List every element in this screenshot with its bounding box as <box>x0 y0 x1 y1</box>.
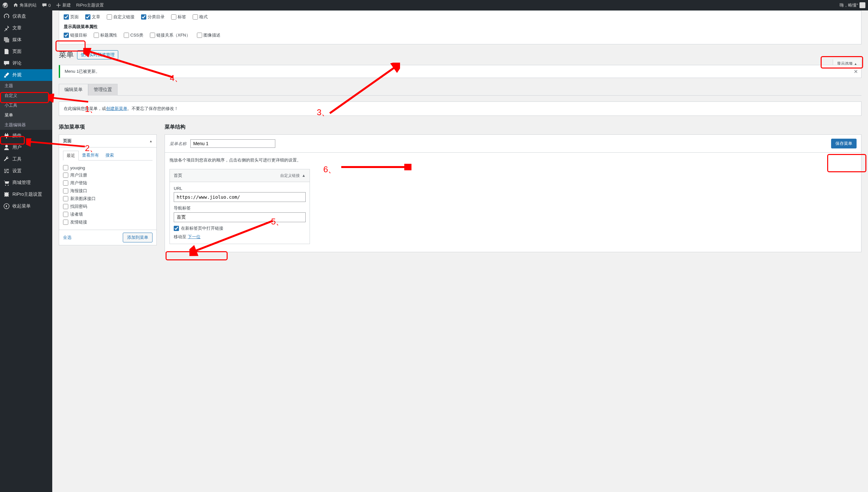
menu-name-input[interactable] <box>190 139 275 148</box>
nav-tabs: 编辑菜单 管理位置 <box>59 84 862 96</box>
user-icon <box>3 144 10 151</box>
so-page[interactable]: 页面 <box>64 14 79 20</box>
submenu-customize[interactable]: 自定义 <box>0 91 52 100</box>
list-item[interactable]: 用户登陆 <box>63 180 153 186</box>
select-all-link[interactable]: 全选 <box>63 235 72 241</box>
sidebar-item-mall[interactable]: 商城管理 <box>0 177 52 189</box>
create-menu-link[interactable]: 创建新菜单 <box>106 106 127 111</box>
menu-structure-heading: 菜单结构 <box>165 124 862 130</box>
avatar-icon <box>860 2 865 8</box>
media-icon <box>3 36 10 43</box>
sidebar-item-plugins[interactable]: 插件 <box>0 130 52 142</box>
tab-edit-menu[interactable]: 编辑菜单 <box>59 84 88 96</box>
list-item[interactable]: 用户注册 <box>63 172 153 178</box>
main-content: 页面 文章 自定义链接 分类目录 标签 格式 显示高级菜单属性 链接目标 标题属… <box>52 10 868 492</box>
menu-edit-panel: 菜单名称 保存菜单 拖放各个项目到您喜欢的顺序，点击右侧的箭头可进行更详细的设置… <box>165 134 862 252</box>
so-image-desc[interactable]: 图像描述 <box>197 32 220 38</box>
triangle-up-icon: ▲ <box>302 173 306 178</box>
plugin-icon <box>3 132 10 139</box>
sidebar-item-media[interactable]: 媒体 <box>0 34 52 46</box>
so-title-attr[interactable]: 标题属性 <box>94 32 117 38</box>
brush-icon <box>3 72 10 78</box>
dismiss-notice-button[interactable]: ✕ <box>854 69 858 75</box>
sidebar-item-collapse[interactable]: 收起菜单 <box>0 200 52 212</box>
success-notice: Menu 1已被更新。 ✕ <box>59 65 862 78</box>
inner-tab-search[interactable]: 搜索 <box>102 151 117 160</box>
tab-manage-locations[interactable]: 管理位置 <box>88 84 118 96</box>
so-tag[interactable]: 标签 <box>171 14 186 20</box>
list-item[interactable]: youqing <box>63 165 153 170</box>
sidebar-item-posts[interactable]: 文章 <box>0 22 52 34</box>
add-to-menu-button[interactable]: 添加到菜单 <box>123 232 153 242</box>
structure-desc: 拖放各个项目到您喜欢的顺序，点击右侧的箭头可进行更详细的设置。 <box>169 157 857 163</box>
sidebar-item-users[interactable]: 用户 <box>0 142 52 153</box>
menu-item: 首页 自定义链接▲ URL 导航标签 <box>169 169 310 244</box>
url-label: URL <box>174 186 306 191</box>
notice-text: Menu 1已被更新。 <box>65 69 100 74</box>
wp-logo[interactable] <box>3 3 8 8</box>
page-check-list: youqing 用户注册 用户登陆 海报接口 新浪图床接口 找回密码 读者墙 友… <box>63 164 153 226</box>
gear-icon <box>3 191 10 198</box>
admin-bar: 角落的站 0 新建 RiPro主题设置 嗨，略懂° <box>0 0 868 10</box>
so-category[interactable]: 分类目录 <box>141 14 165 20</box>
sidebar-item-ripro[interactable]: RiPro主题设置 <box>0 189 52 200</box>
so-link-target[interactable]: 链接目标 <box>64 32 87 38</box>
nav-label-input[interactable] <box>174 213 306 222</box>
comments-link[interactable]: 0 <box>42 3 51 8</box>
comment-count: 0 <box>48 3 51 8</box>
sidebar-item-comments[interactable]: 评论 <box>0 57 52 69</box>
move-next-link[interactable]: 下一位 <box>188 234 201 239</box>
sidebar-item-dashboard[interactable]: 仪表盘 <box>0 10 52 22</box>
so-advanced-heading: 显示高级菜单属性 <box>64 24 857 30</box>
url-input[interactable] <box>174 192 306 202</box>
triangle-up-icon: ▲ <box>149 139 153 143</box>
menu-item-toggle[interactable]: 首页 自定义链接▲ <box>170 169 310 182</box>
sidebar-item-tools[interactable]: 工具 <box>0 153 52 165</box>
open-new-tab-checkbox[interactable]: 在新标签页中打开链接 <box>174 225 306 231</box>
list-item[interactable]: 找回密码 <box>63 203 153 210</box>
sidebar-item-settings[interactable]: 设置 <box>0 165 52 177</box>
new-label: 新建 <box>62 2 71 8</box>
home-icon <box>13 3 18 8</box>
collapse-icon <box>3 203 10 210</box>
list-item[interactable]: 读者墙 <box>63 212 153 217</box>
wrench-icon <box>3 156 10 163</box>
sidebar-item-appearance[interactable]: 外观 <box>0 69 52 81</box>
menu-item-title: 首页 <box>174 173 182 178</box>
site-home-link[interactable]: 角落的站 <box>13 2 37 8</box>
submenu-themes[interactable]: 主题 <box>0 81 52 91</box>
move-row: 移动至 下一位 <box>174 234 306 240</box>
comment-icon <box>3 60 10 67</box>
list-item[interactable]: 新浪图床接口 <box>63 196 153 202</box>
list-item[interactable]: 友情链接 <box>63 219 153 225</box>
sliders-icon <box>3 168 10 174</box>
pages-postbox-toggle[interactable]: 页面 ▲ <box>59 135 157 147</box>
sidebar-item-pages[interactable]: 页面 <box>0 46 52 57</box>
page-title: 菜单 使用实时预览管理 <box>59 50 862 60</box>
inner-tab-recent[interactable]: 最近 <box>63 151 79 161</box>
site-name: 角落的站 <box>20 2 37 8</box>
submenu-menus[interactable]: 菜单 <box>0 110 52 120</box>
submenu-widgets[interactable]: 小工具 <box>0 100 52 110</box>
theme-settings-link[interactable]: RiPro主题设置 <box>76 2 104 8</box>
admin-sidebar: 仪表盘 文章 媒体 页面 评论 外观 主题 自定义 小工具 菜单 主题编辑器 插… <box>0 10 52 492</box>
submenu-theme-editor[interactable]: 主题编辑器 <box>0 120 52 130</box>
annotation-box-5 <box>166 251 228 260</box>
so-css-class[interactable]: CSS类 <box>124 32 143 38</box>
screen-options-panel: 页面 文章 自定义链接 分类目录 标签 格式 显示高级菜单属性 链接目标 标题属… <box>59 10 862 44</box>
list-item[interactable]: 海报接口 <box>63 188 153 194</box>
so-custom-link[interactable]: 自定义链接 <box>107 14 135 20</box>
so-format[interactable]: 格式 <box>193 14 208 20</box>
so-xfn[interactable]: 链接关系（XFN） <box>150 32 190 38</box>
comment-icon <box>42 3 47 8</box>
save-menu-button[interactable]: 保存菜单 <box>831 139 857 148</box>
nav-label: 导航标签 <box>174 205 306 211</box>
new-content-link[interactable]: 新建 <box>56 2 71 8</box>
plus-icon <box>56 3 61 8</box>
user-greeting[interactable]: 嗨，略懂° <box>840 2 865 8</box>
inner-tab-all[interactable]: 查看所有 <box>79 151 102 160</box>
live-preview-button[interactable]: 使用实时预览管理 <box>77 50 118 59</box>
so-post[interactable]: 文章 <box>85 14 100 20</box>
menu-name-label: 菜单名称 <box>169 141 186 146</box>
wordpress-icon <box>3 3 8 8</box>
